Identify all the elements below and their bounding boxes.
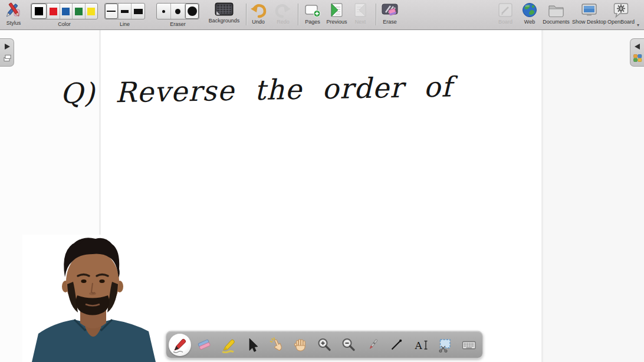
erase-button[interactable]: Erase bbox=[375, 1, 405, 28]
laser-pointer-icon bbox=[364, 337, 381, 353]
add-page-icon bbox=[304, 2, 321, 18]
library-icon bbox=[633, 54, 642, 62]
toolbar-collapse-arrow[interactable]: ▾ bbox=[637, 22, 639, 28]
pointing-finger-icon bbox=[268, 337, 284, 353]
undo-arrow-icon bbox=[249, 2, 267, 18]
color-swatch-black[interactable] bbox=[31, 4, 47, 19]
capture-tool[interactable] bbox=[434, 334, 455, 356]
eraser-label: Eraser bbox=[156, 21, 199, 27]
pan-hand-tool[interactable] bbox=[290, 334, 311, 356]
left-drawer-tab[interactable] bbox=[0, 38, 14, 67]
stylus-label: Stylus bbox=[0, 20, 27, 26]
draw-line-tool[interactable] bbox=[386, 334, 407, 356]
line-medium-option[interactable] bbox=[118, 4, 132, 19]
keyboard-icon bbox=[461, 337, 477, 353]
pen-icon bbox=[172, 337, 188, 353]
folder-icon bbox=[547, 2, 565, 18]
eraser-medium-option[interactable] bbox=[170, 4, 185, 19]
pen-tool[interactable] bbox=[169, 334, 190, 356]
zoom-out-tool[interactable] bbox=[338, 334, 359, 356]
interact-finger-tool[interactable] bbox=[265, 334, 287, 356]
redo-label: Redo bbox=[268, 19, 298, 25]
openboard-button[interactable]: OpenBoard bbox=[600, 1, 642, 28]
top-toolbar: Stylus Color Line Eraser bbox=[0, 0, 644, 30]
zoom-in-icon bbox=[316, 337, 333, 353]
page-right-margin bbox=[543, 30, 644, 362]
handwriting-stroke: Q) Reverse the order of the int bbox=[56, 57, 464, 126]
gear-bubble-icon bbox=[613, 2, 629, 18]
zoom-out-icon bbox=[340, 337, 357, 353]
desktop-icon bbox=[580, 2, 598, 18]
eraser-large-option[interactable] bbox=[185, 4, 199, 19]
color-group: Color bbox=[31, 0, 98, 28]
line-group: Line bbox=[104, 0, 145, 28]
highlighter-icon bbox=[220, 337, 236, 353]
svg-text:A: A bbox=[415, 339, 423, 351]
floating-tool-palette: A bbox=[166, 331, 483, 358]
open-hand-icon bbox=[292, 337, 308, 353]
redo-arrow-icon bbox=[274, 2, 292, 18]
expand-left-icon bbox=[633, 42, 642, 51]
color-label: Color bbox=[31, 21, 98, 27]
next-button: Next bbox=[346, 1, 374, 28]
library-drawer-tab[interactable] bbox=[630, 38, 644, 67]
previous-page-icon bbox=[328, 2, 345, 18]
board-icon bbox=[497, 2, 514, 18]
line-thin-option[interactable] bbox=[105, 4, 118, 19]
backgrounds-button[interactable]: Backgrounds bbox=[203, 1, 245, 28]
stylus-pens-icon bbox=[5, 2, 22, 19]
next-page-icon bbox=[352, 2, 369, 18]
eraser-icon bbox=[196, 337, 212, 353]
color-swatch-red[interactable] bbox=[47, 4, 60, 19]
line-icon bbox=[388, 337, 405, 353]
backgrounds-icon bbox=[214, 2, 234, 17]
zoom-in-tool[interactable] bbox=[314, 334, 335, 356]
selector-tool[interactable] bbox=[241, 334, 262, 356]
handwriting-text: Q) Reverse the order of the int bbox=[60, 68, 464, 109]
stylus-button[interactable]: Stylus bbox=[0, 1, 27, 28]
page-stack-icon bbox=[2, 54, 12, 62]
text-tool[interactable]: A bbox=[410, 334, 431, 356]
globe-icon bbox=[521, 2, 538, 18]
next-label: Next bbox=[346, 19, 374, 25]
page-boundary-right bbox=[541, 30, 543, 362]
redo-button: Redo bbox=[268, 1, 298, 28]
laser-pointer-tool[interactable] bbox=[362, 334, 383, 356]
line-label: Line bbox=[104, 21, 145, 27]
expand-right-icon bbox=[2, 42, 12, 51]
eraser-group: Eraser bbox=[156, 0, 199, 28]
color-swatch-blue[interactable] bbox=[60, 4, 73, 19]
eraser-tool[interactable] bbox=[193, 334, 215, 356]
capture-scissors-icon bbox=[436, 337, 453, 353]
line-thick-option[interactable] bbox=[131, 4, 144, 19]
virtual-keyboard-tool[interactable] bbox=[458, 334, 479, 356]
erase-board-icon bbox=[381, 2, 399, 18]
text-icon: A bbox=[412, 337, 429, 353]
eraser-small-option[interactable] bbox=[157, 4, 170, 19]
erase-label: Erase bbox=[375, 19, 405, 25]
openboard-label: OpenBoard bbox=[600, 19, 642, 25]
backgrounds-label: Backgrounds bbox=[203, 18, 245, 24]
highlighter-tool[interactable] bbox=[218, 334, 239, 356]
color-swatch-yellow[interactable] bbox=[85, 4, 98, 19]
color-swatch-green[interactable] bbox=[72, 4, 85, 19]
webcam-overlay bbox=[22, 235, 164, 362]
cursor-arrow-icon bbox=[244, 337, 260, 353]
